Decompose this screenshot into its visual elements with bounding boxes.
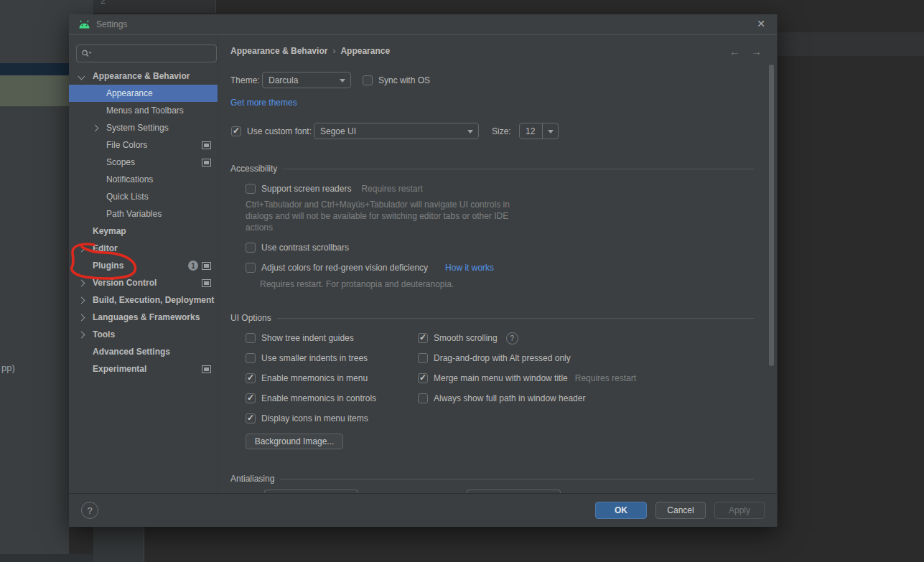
red-green-hint: Requires restart. For protanopia and deu… [260, 279, 454, 289]
checkbox-checked-icon[interactable] [246, 393, 256, 403]
sync-with-os-checkbox[interactable]: Sync with OS [363, 75, 430, 86]
theme-dropdown[interactable]: Darcula [262, 72, 351, 88]
ide-editor-tab: 2 [93, 0, 216, 13]
checkbox-icon[interactable] [246, 243, 256, 253]
help-icon[interactable]: ? [506, 332, 518, 345]
checkbox-icon[interactable] [418, 353, 428, 363]
chevron-down-icon [548, 130, 554, 134]
checkbox-checked-icon[interactable] [246, 413, 256, 423]
ide-bottom-strip [93, 526, 144, 562]
checkbox-checked-icon[interactable] [246, 373, 256, 383]
sidebar-item-advanced-settings[interactable]: Advanced Settings [69, 343, 218, 360]
sidebar-item-plugins[interactable]: Plugins 1 [69, 257, 218, 274]
screen: pp) 2 Settings ✕ [0, 0, 924, 562]
screen-setting-icon [202, 141, 211, 149]
sidebar-item-tools[interactable]: Tools [69, 326, 218, 343]
settings-sidebar: Appearance & Behavior Appearance Menus a… [69, 35, 218, 493]
use-smaller-indents-checkbox[interactable]: Use smaller indents in trees [246, 352, 368, 364]
screen-readers-description: Ctrl+Tabulador and Ctrl+Mayús+Tabulador … [246, 199, 520, 233]
ok-button[interactable]: OK [595, 502, 647, 519]
forward-arrow-icon[interactable]: → [751, 45, 762, 57]
support-screen-readers-checkbox[interactable]: Support screen readers Requires restart [246, 183, 423, 195]
chevron-down-icon[interactable] [78, 73, 85, 80]
chevron-right-icon[interactable] [78, 314, 85, 322]
sidebar-item-version-control[interactable]: Version Control [69, 274, 218, 291]
sidebar-item-build-execution-deployment[interactable]: Build, Execution, Deployment [69, 291, 218, 309]
chevron-right-icon[interactable] [78, 297, 85, 304]
get-more-themes-link[interactable]: Get more themes [230, 98, 297, 108]
breadcrumb-parent[interactable]: Appearance & Behavior [230, 46, 327, 56]
checkbox-checked-icon[interactable] [418, 333, 428, 343]
background-image-button[interactable]: Background Image... [246, 434, 343, 449]
sidebar-item-system-settings[interactable]: System Settings [69, 119, 218, 136]
checkbox-icon[interactable] [246, 333, 256, 343]
how-it-works-link[interactable]: How it works [445, 263, 494, 273]
chevron-right-icon[interactable] [78, 280, 85, 287]
sidebar-item-languages-frameworks[interactable]: Languages & Frameworks [69, 309, 218, 326]
chevron-right-icon[interactable] [78, 332, 85, 339]
font-family-value: Segoe UI [320, 126, 356, 136]
checkbox-icon[interactable] [246, 263, 256, 273]
dropdown-arrow-button[interactable] [542, 123, 558, 139]
plugins-update-badge: 1 [188, 261, 198, 271]
sidebar-item-path-variables[interactable]: Path Variables [69, 205, 218, 223]
sidebar-item-quick-lists[interactable]: Quick Lists [69, 188, 218, 205]
theme-label: Theme: [230, 75, 260, 85]
breadcrumb-separator: › [332, 46, 335, 56]
font-family-dropdown[interactable]: Segoe UI [314, 123, 479, 139]
font-size-dropdown[interactable]: 12 [519, 123, 559, 139]
sidebar-item-experimental[interactable]: Experimental [69, 360, 218, 378]
enable-mnemonics-controls-checkbox[interactable]: Enable mnemonics in controls [246, 393, 376, 404]
settings-main-panel: Appearance & Behavior›Appearance ← → The… [218, 35, 777, 493]
search-input[interactable] [76, 45, 217, 62]
back-arrow-icon[interactable]: ← [729, 45, 740, 57]
font-size-label: Size: [492, 126, 511, 136]
section-divider [280, 479, 754, 479]
section-divider [277, 318, 754, 319]
sidebar-item-keymap[interactable]: Keymap [69, 223, 218, 240]
merge-main-menu-checkbox[interactable]: Merge main menu with window title Requir… [418, 373, 636, 384]
sidebar-item-notifications[interactable]: Notifications [69, 171, 218, 188]
checkbox-icon[interactable] [246, 353, 256, 363]
smooth-scrolling-checkbox[interactable]: Smooth scrolling ? [418, 332, 518, 344]
chevron-right-icon[interactable] [92, 125, 99, 132]
sidebar-item-appearance[interactable]: Appearance [69, 85, 218, 102]
accessibility-section-header: Accessibility [230, 164, 754, 174]
always-show-full-path-checkbox[interactable]: Always show full path in window header [418, 393, 585, 404]
sidebar-item-file-colors[interactable]: File Colors [69, 136, 218, 154]
help-button[interactable]: ? [81, 502, 98, 519]
cancel-button[interactable]: Cancel [655, 502, 706, 519]
checkbox-checked-icon[interactable] [231, 126, 241, 136]
chevron-right-icon[interactable] [78, 245, 85, 253]
sidebar-item-menus-toolbars[interactable]: Menus and Toolbars [69, 102, 218, 119]
use-custom-font-checkbox[interactable]: Use custom font: [231, 126, 312, 137]
dialog-titlebar[interactable]: Settings ✕ [69, 14, 777, 35]
ui-options-title: UI Options [230, 313, 271, 323]
checkbox-icon[interactable] [363, 75, 373, 85]
android-icon [78, 20, 90, 29]
ui-options-section-header: UI Options [230, 313, 754, 323]
sidebar-item-appearance-behavior[interactable]: Appearance & Behavior [69, 67, 218, 85]
checkbox-icon[interactable] [246, 184, 256, 194]
dialog-footer: ? OK Cancel Apply [69, 493, 777, 527]
screen-setting-icon [202, 365, 211, 373]
enable-mnemonics-menu-checkbox[interactable]: Enable mnemonics in menu [246, 373, 368, 384]
use-contrast-scrollbars-checkbox[interactable]: Use contrast scrollbars [246, 242, 349, 253]
adjust-colors-checkbox[interactable]: Adjust colors for red-green vision defic… [246, 262, 494, 273]
show-tree-indent-guides-checkbox[interactable]: Show tree indent guides [246, 332, 354, 344]
ide-bottom-left-strip [0, 554, 93, 562]
ide-left-navy-strip [0, 63, 69, 75]
sidebar-item-scopes[interactable]: Scopes [69, 154, 218, 171]
checkbox-icon[interactable] [418, 393, 428, 403]
requires-restart-hint: Requires restart [361, 184, 422, 194]
close-icon[interactable]: ✕ [757, 18, 765, 29]
ide-left-green-strip [0, 75, 69, 106]
chevron-down-icon [467, 130, 473, 134]
breadcrumb-current: Appearance [340, 46, 390, 56]
drag-and-drop-alt-checkbox[interactable]: Drag-and-drop with Alt pressed only [418, 352, 571, 364]
scrollbar-thumb[interactable] [769, 65, 774, 366]
display-icons-menu-checkbox[interactable]: Display icons in menu items [246, 413, 368, 424]
sidebar-item-editor[interactable]: Editor [69, 240, 218, 257]
checkbox-checked-icon[interactable] [418, 373, 428, 383]
apply-button[interactable]: Apply [714, 502, 765, 519]
